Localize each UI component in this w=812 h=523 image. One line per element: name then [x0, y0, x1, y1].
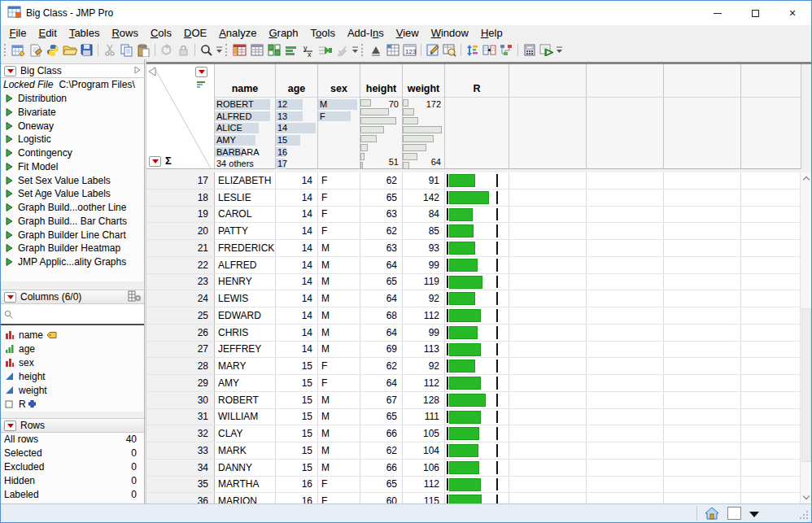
column-label[interactable] — [587, 64, 663, 98]
row-number[interactable]: 24 — [146, 290, 215, 307]
cell-height[interactable]: 67 — [360, 392, 403, 408]
summary-row[interactable]: BARBARA — [215, 146, 275, 159]
cell-weight[interactable]: 105 — [403, 425, 445, 442]
calendar-123-button[interactable]: 123 — [401, 42, 418, 59]
summary-grid-button[interactable] — [248, 42, 265, 59]
cell-r-bar[interactable] — [445, 274, 509, 290]
toolbar-grip[interactable] — [4, 44, 7, 56]
histogram-bar[interactable] — [360, 116, 402, 125]
cell-weight[interactable]: 142 — [403, 190, 445, 206]
open-button[interactable] — [61, 42, 78, 59]
summary-row[interactable]: 14 — [276, 122, 317, 134]
cell-sex[interactable]: M — [318, 392, 360, 408]
edit-disabled-button[interactable] — [334, 42, 351, 59]
cell-age[interactable]: 14 — [276, 290, 318, 307]
cell-r-bar[interactable] — [445, 325, 509, 341]
cell-sex[interactable]: F — [318, 223, 360, 239]
summary-row[interactable]: F — [318, 111, 360, 123]
menu-file[interactable]: File — [3, 26, 33, 40]
histogram-bar[interactable] — [360, 125, 402, 134]
row-number[interactable]: 17 — [146, 172, 215, 189]
menu-edit[interactable]: Edit — [33, 26, 63, 40]
column-label[interactable]: name — [215, 64, 275, 98]
save-button[interactable] — [78, 42, 95, 59]
cell-age[interactable]: 14 — [276, 223, 318, 239]
collapse-panel-icon[interactable] — [148, 67, 156, 76]
cell-weight[interactable]: 93 — [403, 240, 445, 256]
python-button[interactable] — [44, 42, 61, 59]
cell-age[interactable]: 15 — [276, 375, 318, 391]
cell-weight[interactable]: 91 — [403, 172, 445, 189]
merge-button[interactable] — [317, 42, 334, 59]
cell-age[interactable]: 14 — [276, 172, 318, 189]
cell-sex[interactable]: M — [318, 307, 360, 324]
row-number[interactable]: 23 — [146, 274, 215, 290]
cell-height[interactable]: 62 — [360, 223, 403, 239]
cell-name[interactable]: WILLIAM — [215, 409, 276, 425]
menu-tools[interactable]: Tools — [304, 26, 341, 40]
column-item-name[interactable]: name — [1, 328, 144, 342]
cell-name[interactable]: CHRIS — [215, 325, 276, 341]
cell-height[interactable]: 68 — [360, 307, 403, 324]
cell-name[interactable]: CAROL — [215, 207, 276, 223]
cell-sex[interactable]: M — [318, 257, 360, 273]
data-table-button[interactable] — [231, 42, 248, 59]
cell-weight[interactable]: 112 — [403, 477, 445, 493]
column-item-r[interactable]: R — [1, 397, 144, 411]
cell-weight[interactable]: 113 — [403, 342, 445, 358]
menu-tables[interactable]: Tables — [63, 26, 106, 40]
summary-row[interactable]: AMY — [215, 134, 275, 146]
column-item-age[interactable]: age — [1, 342, 144, 355]
script-item[interactable]: Set Sex Value Labels — [1, 173, 144, 187]
cell-name[interactable]: CLAY — [215, 425, 276, 442]
cell-r-bar[interactable] — [445, 493, 509, 503]
cell-weight[interactable]: 111 — [403, 409, 445, 425]
cell-r-bar[interactable] — [445, 290, 509, 307]
cell-height[interactable]: 64 — [360, 375, 403, 391]
resize-grip[interactable] — [800, 511, 810, 521]
sigma-icon[interactable]: Σ — [165, 155, 172, 167]
summary-row[interactable]: ALICE — [215, 122, 275, 134]
summary-row[interactable]: ROBERT — [215, 98, 275, 111]
menu-cols[interactable]: Cols — [144, 26, 177, 40]
cell-sex[interactable]: F — [318, 358, 360, 374]
cell-age[interactable]: 14 — [276, 240, 318, 256]
summary-row[interactable]: 34 others — [215, 158, 275, 170]
cell-name[interactable]: ROBERT — [215, 392, 276, 408]
toolbar-overflow-icon[interactable] — [351, 42, 360, 59]
column-label[interactable]: sex — [318, 64, 360, 98]
cell-sex[interactable]: M — [318, 274, 360, 290]
table-panel-menu-button[interactable] — [4, 66, 16, 76]
join-tables-button[interactable] — [481, 42, 498, 59]
cell-r-bar[interactable] — [445, 442, 509, 459]
cell-sex[interactable]: M — [318, 442, 360, 459]
menu-graph[interactable]: Graph — [263, 26, 304, 40]
cell-age[interactable]: 15 — [276, 358, 318, 374]
cell-r-bar[interactable] — [445, 460, 509, 476]
cell-sex[interactable]: F — [318, 477, 360, 493]
cell-r-bar[interactable] — [445, 257, 509, 273]
cut-button[interactable] — [101, 42, 118, 59]
new-script-button[interactable] — [27, 42, 44, 59]
column-label[interactable]: age — [276, 64, 317, 98]
column-label[interactable]: height — [360, 64, 402, 98]
cell-height[interactable]: 65 — [360, 274, 403, 290]
row-number[interactable]: 21 — [146, 240, 215, 256]
script-item[interactable]: Graph Builder Heatmap — [1, 242, 144, 255]
script-item[interactable]: Distribution — [1, 92, 144, 106]
cell-height[interactable]: 65 — [360, 477, 403, 493]
split-panes-button[interactable] — [265, 42, 282, 59]
cell-height[interactable]: 63 — [360, 207, 403, 223]
cell-name[interactable]: PATTY — [215, 223, 276, 239]
row-number[interactable]: 20 — [146, 223, 215, 239]
column-label[interactable] — [741, 64, 801, 98]
summary-row[interactable]: 12 — [276, 98, 317, 111]
cell-name[interactable]: EDWARD — [215, 307, 276, 324]
histogram-bar[interactable] — [360, 143, 402, 152]
menu-window[interactable]: Window — [425, 26, 474, 40]
summary-row[interactable]: 16 — [276, 146, 317, 159]
cell-age[interactable]: 15 — [276, 442, 318, 459]
cell-r-bar[interactable] — [445, 375, 509, 391]
lock-button[interactable] — [175, 42, 192, 59]
cell-sex[interactable]: M — [318, 342, 360, 358]
